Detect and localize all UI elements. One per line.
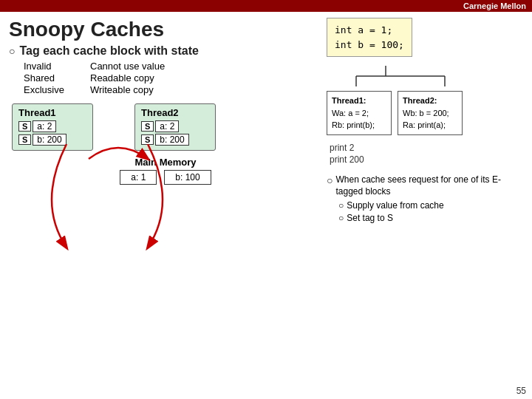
desc-exclusive: Writeable copy: [90, 84, 154, 95]
thread2-value1: a: 2: [155, 120, 179, 132]
table-row: Exclusive Writeable copy: [24, 84, 319, 95]
thread2-row2: S b: 200: [141, 134, 209, 146]
print-line-2: print 200: [330, 154, 523, 165]
memory-cells: a: 1 b: 100: [12, 170, 319, 185]
page-title: Snoopy Caches: [9, 18, 319, 41]
tag-table: Invalid Cannot use value Shared Readable…: [24, 61, 319, 95]
thread2-info-box: Thread2: Wb: b = 200; Ra: print(a);: [398, 91, 463, 135]
sub-bullet-icon-2: ○: [338, 212, 344, 225]
thread2-cache-box: Thread2 S a: 2 S b: 200: [134, 103, 216, 151]
code-line2: int b = 100;: [335, 38, 404, 52]
main-memory-label: Main Memory: [12, 157, 319, 168]
thread1-value2: b: 200: [33, 134, 66, 146]
thread2-info-line2: Ra: print(a);: [403, 119, 457, 132]
table-row: Shared Readable copy: [24, 72, 319, 83]
sub-bullet-2-text: Set tag to S: [347, 212, 393, 225]
thread2-info-title: Thread2:: [403, 95, 457, 107]
print-area: print 2 print 200: [327, 143, 523, 165]
sub-bullet-2: ○ Set tag to S: [338, 212, 523, 225]
thread1-state2: S: [18, 134, 31, 145]
sub-bullet-1: ○ Supply value from cache: [338, 200, 523, 212]
thread1-state1: S: [18, 121, 31, 132]
code-box: int a = 1; int b = 100;: [327, 18, 412, 57]
sub-bullets: ○ Supply value from cache ○ Set tag to S: [338, 200, 523, 225]
main-memory-area: Main Memory a: 1 b: 100: [12, 157, 319, 185]
top-bar: Carnegie Mellon: [0, 0, 532, 12]
state-shared: Shared: [24, 72, 75, 83]
thread2-title: Thread2: [141, 107, 209, 118]
main-bullet: ○ When cache sees request for one of its…: [327, 174, 523, 199]
thread-info-row: Thread1: Wa: a = 2; Rb: print(b); Thread…: [327, 91, 523, 135]
mem-cell-a: a: 1: [120, 170, 157, 185]
table-row: Invalid Cannot use value: [24, 61, 319, 72]
thread2-row1: S a: 2: [141, 120, 209, 132]
thread1-info-box: Thread1: Wa: a = 2; Rb: print(b);: [327, 91, 392, 135]
thread-area: Thread1 S a: 2 S b: 200 Thread2 S a: 2: [12, 103, 319, 151]
bottom-bullets: ○ When cache sees request for one of its…: [327, 174, 523, 225]
code-line1: int a = 1;: [335, 23, 404, 38]
main-bullet-text: When cache sees request for one of its E…: [335, 174, 523, 199]
thread2-state2: S: [141, 134, 154, 145]
brand-label: Carnegie Mellon: [463, 1, 526, 10]
tag-heading-text: Tag each cache block with state: [19, 44, 198, 58]
thread1-row2: S b: 200: [18, 134, 86, 146]
thread1-title: Thread1: [18, 107, 86, 118]
thread2-info-line1: Wb: b = 200;: [403, 107, 457, 120]
thread2-state1: S: [141, 121, 154, 132]
mem-cell-b: b: 100: [164, 170, 211, 185]
tag-section: ○ Tag each cache block with state Invali…: [9, 44, 319, 96]
tag-heading: ○ Tag each cache block with state: [9, 44, 319, 58]
desc-shared: Readable copy: [90, 72, 154, 83]
sub-bullet-icon: ○: [338, 200, 344, 212]
state-exclusive: Exclusive: [24, 84, 75, 95]
thread1-info-line1: Wa: a = 2;: [332, 107, 386, 120]
state-invalid: Invalid: [24, 61, 75, 72]
thread1-info-line2: Rb: print(b);: [332, 119, 386, 132]
thread2-value2: b: 200: [155, 134, 188, 146]
bullet-icon: ○: [327, 174, 332, 188]
sub-bullet-1-text: Supply value from cache: [347, 200, 443, 212]
tree-svg: [327, 66, 489, 86]
desc-invalid: Cannot use value: [90, 61, 165, 72]
page-number: 55: [516, 386, 526, 396]
thread1-cache-box: Thread1 S a: 2 S b: 200: [12, 103, 93, 151]
thread1-info-title: Thread1:: [332, 95, 386, 107]
thread1-row1: S a: 2: [18, 120, 86, 132]
print-line-1: print 2: [330, 143, 523, 153]
bullet-icon: ○: [9, 45, 15, 57]
thread1-value1: a: 2: [33, 120, 56, 132]
